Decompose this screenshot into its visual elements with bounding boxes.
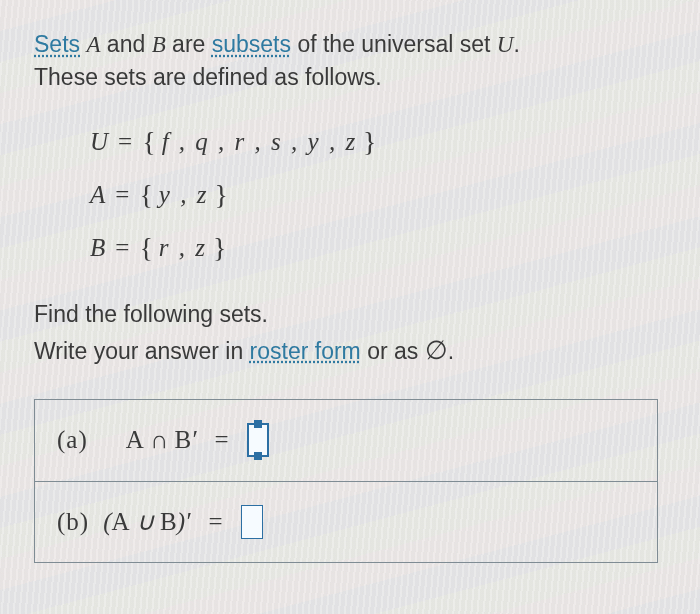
task-line-2: Write your answer in roster form or as ∅… <box>34 332 666 370</box>
var-A: A <box>86 32 100 57</box>
var-U: U <box>497 32 514 57</box>
equals-sign: = <box>211 422 233 458</box>
close-brace: } <box>213 221 226 274</box>
def-U: U = { f , q , r , s , y , z } <box>90 115 666 168</box>
def-B: B = { r , z } <box>90 221 666 274</box>
close-brace: } <box>363 115 376 168</box>
and-word: and <box>100 31 151 57</box>
task-post: or as <box>361 338 425 364</box>
def-A-elements: y , z <box>159 171 209 219</box>
task-line-1: Find the following sets. <box>34 298 666 331</box>
equals-sign: = <box>111 224 133 272</box>
def-A-name: A <box>90 171 105 219</box>
open-brace: { <box>142 115 155 168</box>
question-a-expression: A ∩ B′ <box>126 422 197 458</box>
open-brace: { <box>139 168 152 221</box>
def-B-name: B <box>90 224 105 272</box>
definitions-block: U = { f , q , r , s , y , z } A = { y , … <box>90 115 666 275</box>
equals-sign: = <box>205 504 227 540</box>
task-pre: Write your answer in <box>34 338 250 364</box>
question-b-row: (b) (A ∪ B)′ = <box>35 481 657 562</box>
question-box: (a) A ∩ B′ = (b) (A ∪ B)′ = <box>34 399 658 563</box>
task-period: . <box>448 338 454 364</box>
equals-sign: = <box>111 171 133 219</box>
rest-text: of the universal set <box>291 31 497 57</box>
question-a-label: (a) <box>57 422 88 458</box>
open-brace: { <box>139 221 152 274</box>
intro-line-1: Sets A and B are subsets of the universa… <box>34 28 666 61</box>
answer-input-b[interactable] <box>241 505 263 539</box>
def-U-elements: f , q , r , s , y , z <box>162 118 357 166</box>
equals-sign: = <box>114 118 136 166</box>
empty-set-symbol: ∅ <box>425 336 448 365</box>
question-b-expression: (A ∪ B)′ <box>103 504 190 540</box>
question-b-label: (b) <box>57 504 89 540</box>
roster-form-link[interactable]: roster form <box>250 338 361 364</box>
are-word: are <box>166 31 212 57</box>
def-U-name: U <box>90 118 108 166</box>
def-B-elements: r , z <box>159 224 207 272</box>
question-a-row: (a) A ∩ B′ = <box>35 400 657 480</box>
intro-line-2: These sets are defined as follows. <box>34 61 666 94</box>
period: . <box>513 31 519 57</box>
subsets-link[interactable]: subsets <box>212 31 291 57</box>
def-A: A = { y , z } <box>90 168 666 221</box>
sets-link[interactable]: Sets <box>34 31 80 57</box>
answer-input-a[interactable] <box>247 423 269 457</box>
var-B: B <box>152 32 166 57</box>
close-brace: } <box>214 168 227 221</box>
